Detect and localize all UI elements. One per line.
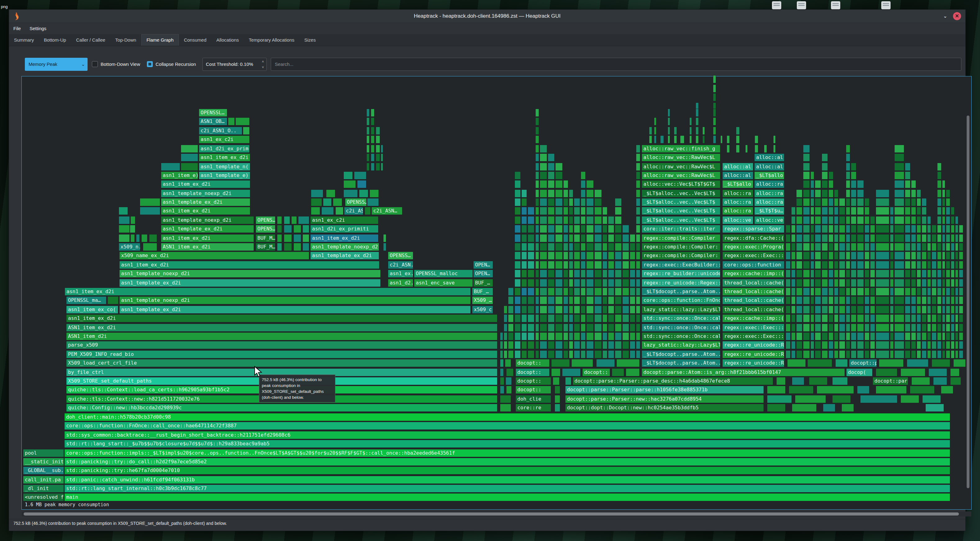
flame-box[interactable] <box>500 386 504 394</box>
flame-box[interactable] <box>937 207 942 215</box>
flame-box[interactable] <box>581 243 585 251</box>
flame-box[interactable] <box>864 279 869 287</box>
flame-box[interactable] <box>911 225 916 233</box>
flame-box[interactable] <box>796 350 802 358</box>
flame-box[interactable] <box>371 145 374 153</box>
flame-box[interactable] <box>851 341 856 349</box>
flame-box[interactable] <box>654 127 656 135</box>
flame-box[interactable] <box>822 207 828 215</box>
flame-box[interactable]: core::ops::function::FnOnc <box>641 296 721 304</box>
flame-box[interactable] <box>905 261 910 269</box>
flame-box[interactable] <box>381 145 383 153</box>
flame-box[interactable] <box>786 288 791 296</box>
flame-box[interactable] <box>829 270 834 278</box>
flame-box[interactable] <box>514 216 521 224</box>
flame-box[interactable] <box>713 84 716 92</box>
flame-box[interactable] <box>548 234 555 242</box>
flame-box[interactable] <box>795 395 826 403</box>
flame-box[interactable] <box>857 243 864 251</box>
flame-box[interactable]: std::sys_common::backtrace::__rust_begin… <box>64 431 950 439</box>
flame-box[interactable]: std::sync::once::Once::cal <box>641 314 721 322</box>
flame-box[interactable] <box>586 251 594 259</box>
flame-box[interactable] <box>695 109 699 117</box>
flame-box[interactable] <box>366 153 369 161</box>
flame-box[interactable] <box>569 306 573 313</box>
flame-box[interactable] <box>504 341 508 349</box>
flame-box[interactable]: alloc::raw_vec::finish_g <box>641 145 721 153</box>
flame-box[interactable] <box>586 198 594 206</box>
flame-box[interactable] <box>851 234 856 242</box>
flame-box[interactable] <box>736 127 740 135</box>
flame-box[interactable] <box>955 216 958 224</box>
flame-box[interactable] <box>674 135 677 143</box>
flame-box[interactable] <box>689 118 692 126</box>
flame-box[interactable] <box>890 279 894 287</box>
flame-box[interactable] <box>870 350 875 358</box>
flame-box[interactable] <box>668 109 670 117</box>
flame-box[interactable] <box>381 163 383 171</box>
flame-box[interactable] <box>810 207 814 215</box>
flame-box[interactable] <box>608 324 614 332</box>
flame-box[interactable] <box>574 306 580 313</box>
flame-box[interactable]: OPEN… <box>473 270 493 278</box>
flame-box[interactable]: asn1_item_e) <box>161 172 198 180</box>
flame-box[interactable] <box>569 279 573 287</box>
flame-box[interactable] <box>810 324 814 332</box>
flame-box[interactable]: thread_local::cache( <box>722 288 784 296</box>
flame-box[interactable] <box>555 243 563 251</box>
flame-box[interactable] <box>311 207 320 215</box>
flame-box[interactable] <box>767 395 792 403</box>
flame-box[interactable]: alloc::al <box>722 172 753 180</box>
flame-box[interactable] <box>376 135 380 143</box>
flame-box[interactable]: asn1_template_noexp_d2i <box>119 296 471 304</box>
flame-box[interactable] <box>563 324 568 332</box>
flame-box[interactable] <box>959 261 963 269</box>
flame-box[interactable] <box>911 216 916 224</box>
flame-box[interactable]: alloc::ra <box>722 189 753 197</box>
flame-box[interactable] <box>946 288 950 296</box>
flame-box[interactable] <box>508 314 514 322</box>
flame-box[interactable] <box>846 207 850 215</box>
flame-box[interactable] <box>822 332 828 341</box>
flame-box[interactable] <box>851 279 856 287</box>
flame-box[interactable] <box>857 279 864 287</box>
flame-box[interactable] <box>955 350 958 358</box>
flame-box[interactable] <box>528 251 535 259</box>
flame-box[interactable] <box>916 225 921 233</box>
flame-box[interactable] <box>500 341 503 349</box>
flame-box[interactable] <box>857 189 864 197</box>
flame-box[interactable] <box>615 350 622 358</box>
flame-box[interactable] <box>586 341 594 349</box>
flame-box[interactable] <box>803 180 810 188</box>
flame-box[interactable] <box>911 341 916 349</box>
flame-box[interactable] <box>851 243 856 251</box>
flame-box[interactable] <box>528 341 535 349</box>
flame-box[interactable]: OPENSS… <box>345 198 367 206</box>
flame-box[interactable] <box>602 314 608 322</box>
flame-box[interactable]: asn1_template_noexp_d2i <box>161 216 254 224</box>
flame-box[interactable] <box>791 341 795 349</box>
flame-box[interactable] <box>815 306 821 313</box>
flame-box[interactable] <box>911 270 916 278</box>
flame-box[interactable] <box>506 368 514 376</box>
flame-box[interactable] <box>594 296 602 304</box>
flame-box[interactable] <box>839 314 845 322</box>
tab-bottom-up[interactable]: Bottom-Up <box>39 35 71 46</box>
flame-box[interactable] <box>791 216 795 224</box>
flame-box[interactable] <box>622 324 629 332</box>
flame-box[interactable] <box>894 296 904 304</box>
flame-box[interactable] <box>942 324 945 332</box>
flame-box[interactable] <box>548 350 555 358</box>
flame-box[interactable] <box>870 324 875 332</box>
flame-box[interactable] <box>555 332 563 341</box>
flame-box[interactable] <box>563 314 568 322</box>
flame-box[interactable] <box>594 306 602 313</box>
flame-box[interactable] <box>636 324 640 332</box>
flame-box[interactable] <box>574 296 580 304</box>
flame-box[interactable] <box>528 332 535 341</box>
flame-box[interactable] <box>161 163 180 171</box>
flame-box[interactable] <box>905 251 910 259</box>
flame-box[interactable] <box>857 216 864 224</box>
flame-box[interactable] <box>946 234 950 242</box>
flame-box[interactable] <box>548 288 555 296</box>
